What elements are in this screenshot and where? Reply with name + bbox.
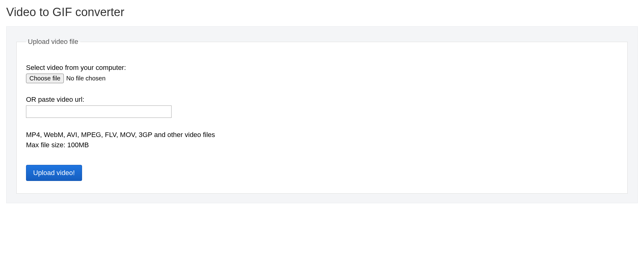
supported-formats-text: MP4, WebM, AVI, MPEG, FLV, MOV, 3GP and …	[26, 130, 618, 140]
upload-fieldset: Upload video file Select video from your…	[16, 38, 628, 194]
upload-panel: Upload video file Select video from your…	[6, 26, 638, 203]
url-label: OR paste video url:	[26, 96, 618, 104]
select-video-section: Select video from your computer: Choose …	[26, 64, 618, 83]
select-video-label: Select video from your computer:	[26, 64, 618, 72]
file-status-text: No file chosen	[66, 75, 106, 82]
upload-video-button[interactable]: Upload video!	[26, 165, 82, 181]
url-section: OR paste video url:	[26, 96, 618, 118]
file-input-row: Choose file No file chosen	[26, 74, 618, 83]
max-file-size-text: Max file size: 100MB	[26, 140, 618, 150]
info-block: MP4, WebM, AVI, MPEG, FLV, MOV, 3GP and …	[26, 130, 618, 150]
fieldset-legend: Upload video file	[26, 38, 80, 46]
choose-file-button[interactable]: Choose file	[26, 74, 64, 83]
page-title: Video to GIF converter	[6, 6, 638, 19]
video-url-input[interactable]	[26, 105, 172, 118]
